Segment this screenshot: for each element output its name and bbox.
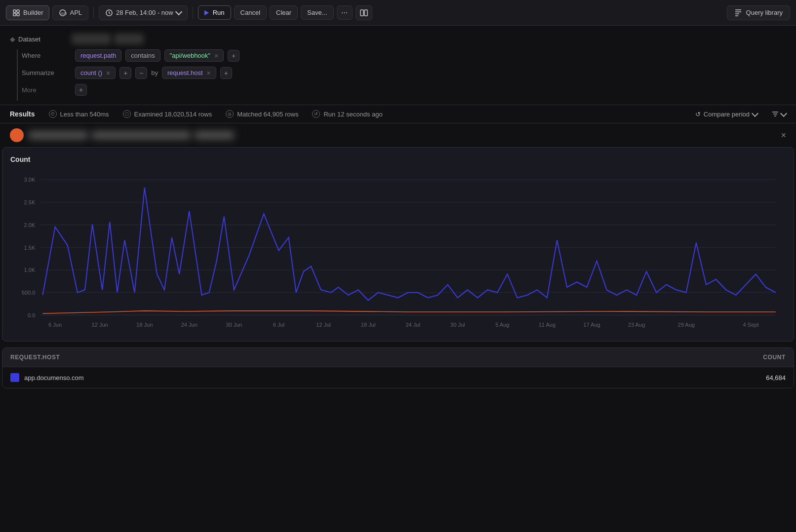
- time-stat: ⏱ Less than 540ms: [49, 110, 109, 118]
- clear-button[interactable]: Clear: [270, 5, 298, 20]
- svg-text:23 Aug: 23 Aug: [628, 321, 645, 327]
- timer-icon: ⏱: [49, 110, 57, 118]
- where-row: Where request.path contains "api/webhook…: [22, 49, 786, 62]
- table-host-value: app.documenso.com: [24, 374, 84, 381]
- where-value-chip[interactable]: "api/webhook" ×: [164, 49, 224, 62]
- summarize-func-add-button[interactable]: +: [119, 67, 131, 79]
- summarize-groupby-chip[interactable]: request.host ×: [162, 67, 216, 79]
- apl-tab[interactable]: APL APL: [52, 5, 88, 20]
- summarize-groupby-add-button[interactable]: +: [220, 67, 232, 79]
- where-remove-icon[interactable]: ×: [214, 52, 218, 59]
- chart-panel: Count 3.0K 2.5K 2.0K 1.5K 1.0K 500.0 0.0…: [2, 147, 794, 342]
- svg-text:12 Jun: 12 Jun: [92, 321, 108, 327]
- compare-chevron-icon: [752, 110, 758, 116]
- filter-view-button[interactable]: [771, 110, 786, 118]
- examined-stat-value: Examined 18,020,514 rows: [134, 111, 212, 118]
- cancel-button[interactable]: Cancel: [234, 5, 267, 20]
- layout-icon: [360, 9, 368, 17]
- compare-icon: ↺: [695, 111, 701, 118]
- dataset-row: ◆ Dataset: [10, 34, 786, 44]
- close-overlay-button[interactable]: ×: [781, 130, 786, 141]
- svg-text:12 Jul: 12 Jul: [316, 321, 331, 327]
- filter-chevron-icon: [780, 110, 787, 116]
- builder-icon: [12, 9, 20, 17]
- row-color-swatch: [10, 373, 19, 382]
- table-col1-header: request.host: [2, 348, 695, 367]
- query-library-label: Query library: [746, 9, 783, 16]
- dataset-value[interactable]: [72, 34, 144, 44]
- more-options-button[interactable]: ⋯: [337, 5, 353, 20]
- svg-text:29 Aug: 29 Aug: [677, 321, 694, 327]
- summarize-func-remove-icon[interactable]: ×: [106, 70, 110, 76]
- table-host-cell: app.documenso.com: [2, 367, 695, 388]
- run-label: Run: [213, 9, 225, 16]
- dataset-blurred-2: [114, 34, 144, 44]
- summarize-minus-button[interactable]: −: [135, 67, 147, 79]
- target-icon: ◎: [226, 110, 234, 118]
- svg-text:4 Sept: 4 Sept: [743, 321, 759, 327]
- svg-text:2.5K: 2.5K: [24, 199, 36, 205]
- table-row[interactable]: app.documenso.com 64,684: [2, 367, 794, 388]
- builder-tab[interactable]: Builder: [6, 5, 49, 20]
- table-count-cell: 64,684: [695, 368, 794, 387]
- summarize-groupby-value: request.host: [167, 69, 203, 76]
- where-field-chip[interactable]: request.path: [75, 49, 121, 62]
- summarize-func-chip[interactable]: count () ×: [75, 67, 116, 79]
- run-button[interactable]: Run: [198, 5, 231, 20]
- svg-text:24 Jul: 24 Jul: [405, 321, 420, 327]
- summarize-func-value: count (): [80, 69, 102, 76]
- run-ago-stat: ↺ Run 12 seconds ago: [312, 110, 382, 118]
- time-range-label: 28 Feb, 14:00 - now: [116, 9, 173, 16]
- svg-text:2.0K: 2.0K: [24, 222, 36, 228]
- layout-button[interactable]: [356, 5, 372, 20]
- more-add-button[interactable]: +: [75, 84, 87, 96]
- chart-title: Count: [10, 155, 786, 163]
- where-add-button[interactable]: +: [228, 50, 239, 62]
- svg-text:24 Jun: 24 Jun: [181, 321, 198, 327]
- compare-label: Compare period: [704, 111, 750, 118]
- dataset-blurred-1: [72, 34, 111, 44]
- play-icon: [204, 10, 209, 15]
- save-label: Save...: [307, 9, 327, 16]
- time-stat-value: Less than 540ms: [60, 111, 109, 118]
- summarize-label: Summarize: [22, 69, 71, 76]
- cancel-label: Cancel: [240, 9, 260, 16]
- table-col2-header: COUNT: [695, 348, 794, 367]
- more-label: More: [22, 86, 71, 94]
- time-range-selector[interactable]: 28 Feb, 14:00 - now: [99, 5, 188, 20]
- apl-label: APL: [70, 9, 82, 16]
- svg-text:6 Jul: 6 Jul: [273, 321, 284, 327]
- more-row: More +: [22, 84, 786, 96]
- matched-stat: ◎ Matched 64,905 rows: [226, 110, 298, 118]
- svg-text:1.0K: 1.0K: [24, 267, 36, 273]
- summarize-row: Summarize count () × + − by request.host…: [22, 67, 786, 79]
- svg-text:0.0: 0.0: [28, 312, 35, 318]
- svg-rect-1: [17, 10, 19, 12]
- dataset-label: Dataset: [18, 36, 68, 43]
- query-conditions: Where request.path contains "api/webhook…: [17, 49, 786, 101]
- where-op-chip[interactable]: contains: [125, 49, 160, 62]
- diamond-icon: ◆: [10, 35, 15, 43]
- save-button[interactable]: Save...: [301, 5, 333, 20]
- query-library-button[interactable]: Query library: [727, 5, 790, 20]
- blurred-text-container: [29, 131, 776, 139]
- filter-icon: [771, 110, 779, 118]
- chevron-down-icon: [175, 8, 182, 15]
- summarize-groupby-remove-icon[interactable]: ×: [207, 70, 211, 76]
- compare-period-button[interactable]: ↺ Compare period: [695, 111, 757, 118]
- svg-text:11 Aug: 11 Aug: [539, 321, 556, 327]
- toolbar: Builder APL APL 28 Feb, 14:00 - now Run …: [0, 0, 796, 26]
- blurred-text-2: [92, 131, 191, 139]
- svg-text:APL: APL: [61, 11, 67, 16]
- svg-text:30 Jun: 30 Jun: [226, 321, 242, 327]
- chart-container: 3.0K 2.5K 2.0K 1.5K 1.0K 500.0 0.0 6 Jun…: [10, 169, 786, 337]
- where-label: Where: [22, 52, 71, 59]
- svg-text:500.0: 500.0: [22, 290, 36, 296]
- by-label: by: [151, 69, 158, 76]
- where-field-value: request.path: [80, 52, 116, 59]
- blurred-dataset-row: ×: [0, 123, 796, 147]
- sep2: [193, 7, 193, 19]
- results-table: request.host COUNT app.documenso.com 64,…: [2, 347, 794, 388]
- svg-text:5 Aug: 5 Aug: [495, 321, 509, 327]
- run-ago-stat-value: Run 12 seconds ago: [323, 111, 382, 118]
